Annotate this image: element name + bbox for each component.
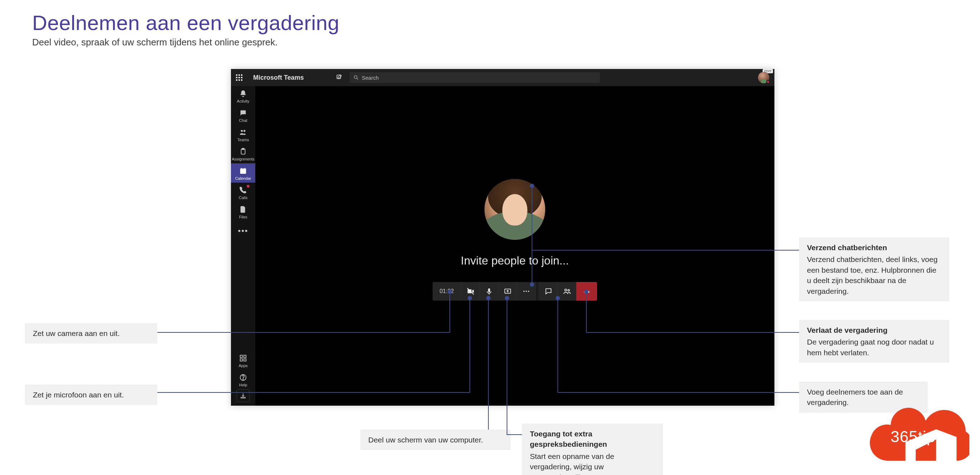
callout-camera: Zet uw camera aan en uit. <box>25 323 158 343</box>
svg-rect-11 <box>240 355 242 357</box>
page-title: Deelnemen aan een vergadering <box>32 11 339 35</box>
brand-logo: 365tips <box>858 396 969 468</box>
control-separator <box>536 282 539 300</box>
show-chat-button[interactable] <box>539 282 558 300</box>
callout-text: Verzend chatberichten, deel links, voeg … <box>807 254 942 296</box>
svg-point-4 <box>243 130 246 132</box>
callout-text: Start een opname van de vergadering, wij… <box>530 451 655 475</box>
rail-apps[interactable]: Apps <box>231 351 255 370</box>
brand-logo-text: 365tips <box>891 428 944 446</box>
svg-point-23 <box>526 291 527 292</box>
svg-point-3 <box>241 130 243 132</box>
invite-people-text: Invite people to join... <box>461 254 569 267</box>
search-input[interactable]: Search <box>350 72 600 83</box>
callout-more-actions: Toegang tot extra gespreksbedieningen St… <box>522 424 663 475</box>
svg-point-25 <box>565 289 567 291</box>
app-launcher-icon[interactable] <box>236 74 242 81</box>
rail-teams[interactable]: Teams <box>231 125 255 144</box>
callout-share: Deel uw scherm van uw computer. <box>360 430 511 450</box>
teams-topbar: Microsoft Teams Search EDIT <box>231 69 775 86</box>
svg-rect-8 <box>240 169 247 170</box>
camera-off-icon <box>466 288 474 295</box>
svg-rect-12 <box>244 355 246 357</box>
rail-label: Activity <box>237 99 250 103</box>
left-rail: Activity Chat Teams Assignments Calendar… <box>231 86 255 406</box>
rail-label: Files <box>239 215 247 219</box>
calendar-icon <box>239 167 247 175</box>
rail-badge-indicator <box>247 185 250 187</box>
profile-avatar[interactable]: EDIT <box>758 72 769 83</box>
download-app-button[interactable] <box>237 389 250 402</box>
search-placeholder: Search <box>362 75 379 81</box>
svg-rect-17 <box>241 397 245 398</box>
hang-up-button[interactable] <box>576 282 597 300</box>
callout-title: Toegang tot extra gespreksbedieningen <box>530 429 655 450</box>
callout-title: Verlaat de vergadering <box>807 325 942 335</box>
call-control-bar: 01:22 <box>433 282 597 300</box>
callout-text: Zet je microfoon aan en uit. <box>33 389 150 400</box>
teams-window: Microsoft Teams Search EDIT Activity Cha… <box>231 69 775 406</box>
svg-point-16 <box>243 379 243 380</box>
callout-leave: Verlaat de vergadering De vergadering ga… <box>799 320 949 363</box>
svg-rect-19 <box>488 288 490 292</box>
camera-toggle-button[interactable] <box>461 282 480 300</box>
rail-calendar[interactable]: Calendar <box>231 163 255 183</box>
rail-chat[interactable]: Chat <box>231 105 255 125</box>
meeting-participant-avatar <box>484 179 545 240</box>
app-title: Microsoft Teams <box>253 74 304 81</box>
callout-text: Zet uw camera aan en uit. <box>33 328 150 338</box>
call-timer: 01:22 <box>433 282 461 300</box>
hang-up-icon <box>583 288 591 295</box>
svg-point-1 <box>354 76 357 79</box>
files-icon <box>239 205 247 213</box>
rail-assignments[interactable]: Assignments <box>231 144 255 163</box>
show-participants-button[interactable] <box>558 282 576 300</box>
rail-calls[interactable]: Calls <box>231 183 255 202</box>
search-icon <box>353 75 359 80</box>
rail-label: Teams <box>237 138 249 142</box>
teams-icon <box>239 128 247 136</box>
callout-chat: Verzend chatberichten Verzend chatberich… <box>799 237 949 301</box>
presence-indicator <box>766 80 770 84</box>
svg-rect-6 <box>242 148 244 150</box>
rail-label: Apps <box>239 364 247 368</box>
help-icon <box>239 373 247 381</box>
rail-label: Calendar <box>235 176 251 181</box>
more-icon <box>522 288 530 295</box>
microphone-icon <box>485 288 493 295</box>
svg-rect-14 <box>244 359 246 361</box>
svg-rect-13 <box>240 359 242 361</box>
more-actions-button[interactable] <box>517 282 536 300</box>
rail-label: Assignments <box>232 157 255 161</box>
rail-label: Calls <box>239 195 247 200</box>
assignments-icon <box>239 148 247 156</box>
svg-point-24 <box>528 291 529 292</box>
svg-point-26 <box>568 289 570 291</box>
rail-label: Chat <box>239 118 247 122</box>
rail-label: Help <box>239 383 247 387</box>
people-icon <box>563 288 571 295</box>
svg-point-22 <box>523 291 525 292</box>
microphone-toggle-button[interactable] <box>480 282 498 300</box>
page-subtitle: Deel video, spraak of uw scherm tijdens … <box>32 37 339 48</box>
chat-icon <box>239 109 247 117</box>
svg-line-2 <box>357 78 358 79</box>
rail-more-icon[interactable]: ••• <box>238 221 248 240</box>
chat-bubble-icon <box>544 288 552 295</box>
bell-icon <box>239 90 247 98</box>
compose-icon[interactable] <box>336 74 342 81</box>
callout-text: Deel uw scherm van uw computer. <box>368 435 503 445</box>
rail-activity[interactable]: Activity <box>231 86 255 105</box>
callout-microphone: Zet je microfoon aan en uit. <box>25 384 158 405</box>
download-icon <box>240 392 247 399</box>
calls-icon <box>239 186 247 194</box>
rail-help[interactable]: Help <box>231 370 255 389</box>
share-screen-button[interactable] <box>498 282 517 300</box>
callout-title: Verzend chatberichten <box>807 242 942 253</box>
rail-files[interactable]: Files <box>231 202 255 221</box>
callout-text: De vergadering gaat nog door nadat u hem… <box>807 337 942 358</box>
share-screen-icon <box>504 288 512 295</box>
meeting-stage: Invite people to join... 01:22 <box>255 86 775 406</box>
apps-icon <box>239 354 247 362</box>
